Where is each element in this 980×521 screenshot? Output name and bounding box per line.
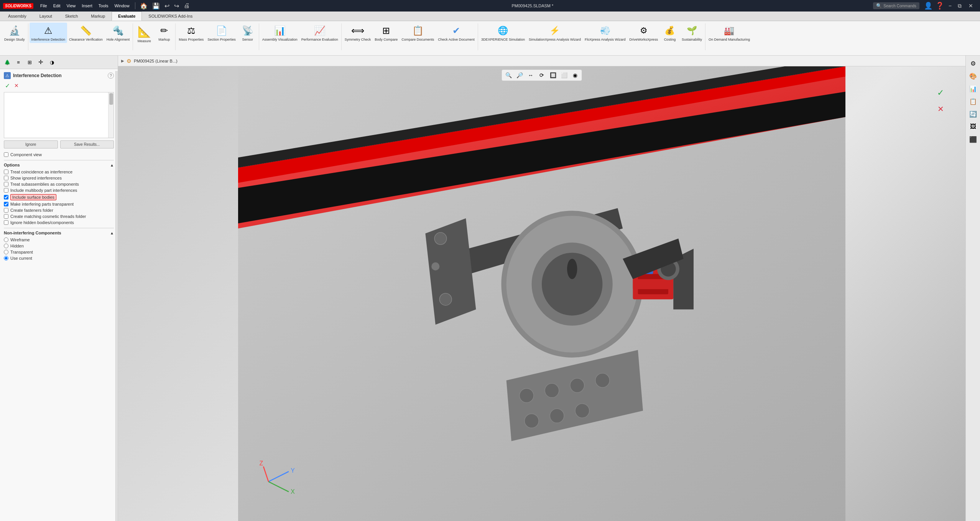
tool-symmetry-check[interactable]: ⟺ Symmetry Check	[343, 23, 373, 43]
right-tool-image[interactable]: 🖼	[968, 121, 978, 132]
hidden-radio[interactable]	[4, 244, 8, 248]
menu-tools[interactable]: Tools	[95, 2, 112, 9]
display-state-btn[interactable]: ✛	[36, 57, 46, 67]
menu-window[interactable]: Window	[111, 2, 132, 9]
quick-undo[interactable]: ↩	[162, 2, 172, 10]
right-tool-palette[interactable]: 🎨	[968, 71, 978, 81]
component-view-checkbox[interactable]	[4, 152, 8, 157]
make-transparent-checkbox[interactable]	[4, 202, 8, 206]
tree-expand-arrow[interactable]: ▶	[121, 59, 124, 63]
model-area[interactable]: Y X Z	[118, 66, 965, 521]
include-multibody-checkbox[interactable]	[4, 188, 8, 193]
panel-resize-handle[interactable]	[115, 71, 118, 521]
vp-zoom-in[interactable]: 🔍	[503, 71, 513, 80]
use-current-radio[interactable]	[4, 256, 8, 260]
properties-btn[interactable]: ≡	[13, 57, 23, 67]
tool-hole-alignment[interactable]: 🔩 Hole Alignment	[105, 23, 132, 43]
viewport-confirm-btn[interactable]: ✓	[934, 86, 947, 99]
tool-assembly-visualization[interactable]: 📊 Assembly Visualization	[260, 23, 299, 43]
tool-driveworksxpress[interactable]: ⚙ DriveWorksXpress	[628, 23, 660, 43]
tool-mass-properties[interactable]: ⚖ Mass Properties	[177, 23, 206, 43]
tool-body-compare[interactable]: ⊞ Body Compare	[373, 23, 400, 43]
right-tool-document[interactable]: 📋	[968, 96, 978, 107]
menu-view[interactable]: View	[64, 2, 79, 9]
right-tool-rotate[interactable]: 🔄	[968, 109, 978, 119]
tool-markup[interactable]: ✏ Markup	[154, 23, 174, 43]
tool-interference-detection[interactable]: ⚠ Interference Detection	[30, 23, 67, 43]
tool-section-properties[interactable]: 📄 Section Properties	[206, 23, 238, 43]
wireframe-radio[interactable]	[4, 237, 8, 242]
vp-display-mode[interactable]: ◉	[570, 71, 580, 80]
menu-edit[interactable]: Edit	[50, 2, 64, 9]
options-section-header[interactable]: Options ▲	[4, 160, 114, 167]
transparent-radio[interactable]	[4, 250, 8, 254]
vp-select[interactable]: 🔲	[548, 71, 558, 80]
tool-costing[interactable]: 💰 Costing	[660, 23, 680, 43]
tab-sketch[interactable]: Sketch	[59, 12, 85, 21]
save-results-button[interactable]: Save Results...	[60, 140, 114, 148]
confirm-action[interactable]: ✓	[4, 82, 11, 89]
tool-measure[interactable]: 📐 Measure	[134, 23, 154, 45]
create-fasteners-checkbox[interactable]	[4, 208, 8, 213]
search-box[interactable]: 🔍 Search Commands	[873, 2, 919, 9]
right-tool-settings[interactable]: ⚙	[968, 58, 978, 69]
vp-pan[interactable]: ↔	[526, 71, 536, 80]
treat-coincidence-checkbox[interactable]	[4, 170, 8, 174]
viewport-cancel-btn[interactable]: ✕	[934, 102, 947, 115]
tool-3dexperience[interactable]: 🌐 3DEXPERIENCE Simulation	[479, 23, 527, 43]
btn-row: Ignore Save Results...	[4, 140, 114, 148]
tool-sensor[interactable]: 📡 Sensor	[238, 23, 258, 43]
menu-file[interactable]: File	[37, 2, 50, 9]
results-scrollbar[interactable]	[108, 92, 113, 138]
cancel-action[interactable]: ✕	[13, 82, 20, 89]
tab-evaluate[interactable]: Evaluate	[112, 12, 142, 21]
menu-insert[interactable]: Insert	[79, 2, 95, 9]
quick-print[interactable]: 🖨	[181, 2, 192, 10]
show-ignored-checkbox[interactable]	[4, 176, 8, 180]
config-btn[interactable]: ⊞	[25, 57, 35, 67]
right-tool-chart[interactable]: 📊	[968, 83, 978, 94]
sw-logo[interactable]: SOLIDWORKS	[3, 3, 33, 9]
panel-toolbar: 🌲 ≡ ⊞ ✛ ◑	[0, 56, 118, 69]
vp-zoom-out[interactable]: 🔎	[515, 71, 525, 80]
tab-layout[interactable]: Layout	[33, 12, 59, 21]
tree-view-btn[interactable]: 🌲	[2, 57, 12, 67]
tab-markup[interactable]: Markup	[84, 12, 112, 21]
driveworksxpress-icon: ⚙	[637, 24, 651, 38]
right-tool-render[interactable]: ⬛	[968, 134, 978, 145]
tool-floxpress[interactable]: 💨 FloXpress Analysis Wizard	[583, 23, 628, 43]
panel-help-btn[interactable]: ?	[108, 73, 114, 79]
include-surface-checkbox[interactable]	[4, 195, 8, 199]
quick-home[interactable]: 🏠	[138, 2, 150, 10]
help-icon[interactable]: ❓	[934, 2, 945, 10]
non-interfering-section-header[interactable]: Non-interfering Components ▲	[4, 228, 114, 235]
tab-addins[interactable]: SOLIDWORKS Add-Ins	[142, 12, 199, 21]
tool-design-study[interactable]: 🔬 Design Study	[2, 23, 27, 43]
tool-simulationxpress[interactable]: ⚡ SimulationXpress Analysis Wizard	[527, 23, 583, 43]
tool-clearance-verification[interactable]: 📏 Clearance Verification	[67, 23, 105, 43]
vp-view[interactable]: ⬜	[559, 71, 569, 80]
tool-compare-documents[interactable]: 📋 Compare Documents	[400, 23, 436, 43]
quick-save[interactable]: 💾	[150, 2, 162, 10]
quick-redo[interactable]: ↪	[172, 2, 181, 10]
restore-btn[interactable]: ⧉	[955, 2, 965, 10]
tab-assembly[interactable]: Assembly	[2, 12, 33, 21]
close-btn[interactable]: ✕	[965, 2, 977, 10]
tool-sustainability[interactable]: 🌱 Sustainability	[680, 23, 704, 43]
user-icon[interactable]: 👤	[922, 2, 934, 10]
vp-rotate[interactable]: ⟳	[537, 71, 547, 80]
tool-check-active-document[interactable]: ✔ Check Active Document	[436, 23, 477, 43]
appearance-btn[interactable]: ◑	[47, 57, 57, 67]
tool-performance-evaluation[interactable]: 📈 Performance Evaluation	[299, 23, 340, 43]
compare-documents-icon: 📋	[411, 24, 425, 38]
clearance-label: Clearance Verification	[69, 38, 103, 42]
ignore-hidden-checkbox[interactable]	[4, 220, 8, 225]
panel-header: ⚠ Interference Detection ?	[4, 72, 114, 79]
minimize-btn[interactable]: −	[945, 2, 955, 10]
svg-text:Y: Y	[291, 467, 295, 474]
ignore-button[interactable]: Ignore	[4, 140, 58, 148]
treat-subassemblies-checkbox[interactable]	[4, 182, 8, 186]
cosmetic-threads-checkbox[interactable]	[4, 214, 8, 219]
tool-on-demand-manufacturing[interactable]: 🏭 On Demand Manufacturing	[707, 23, 752, 43]
hole-alignment-icon: 🔩	[111, 24, 125, 38]
